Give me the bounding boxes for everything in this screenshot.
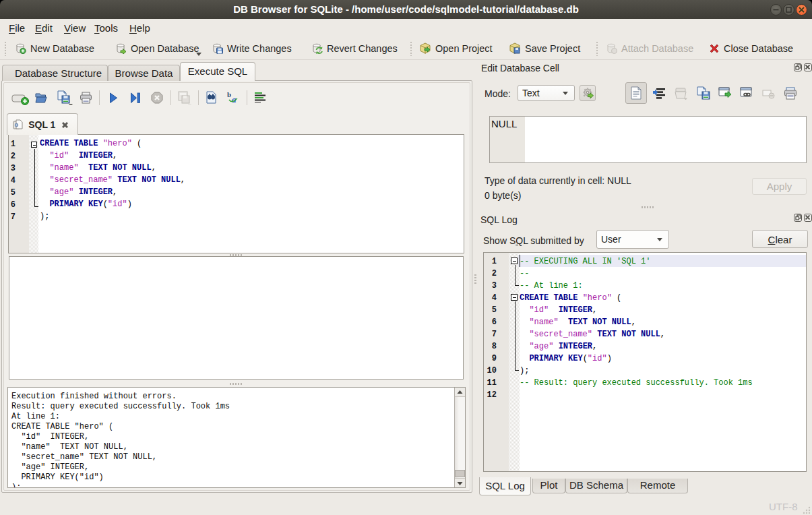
svg-text:b: b: [227, 91, 231, 98]
